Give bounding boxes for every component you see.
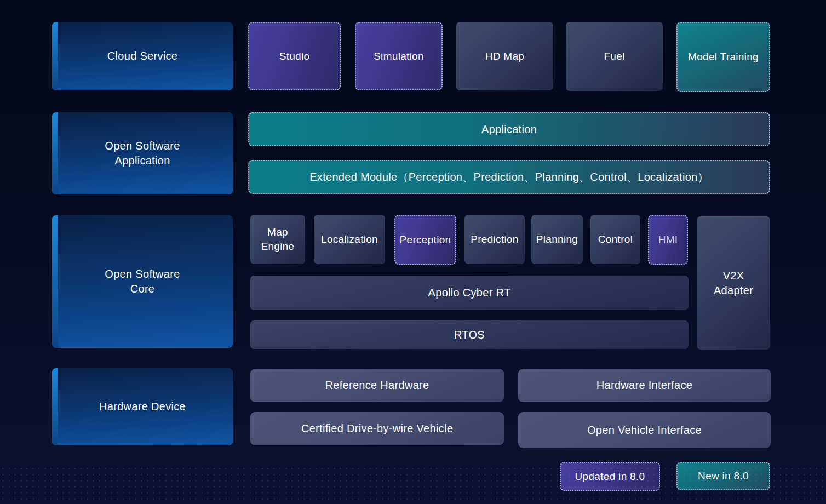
block-v2x-adapter: V2X Adapter (697, 216, 770, 350)
block-control: Control (590, 215, 640, 264)
open-vehicle-interface-label: Open Vehicle Interface (587, 423, 702, 438)
block-studio: Studio (248, 22, 341, 90)
legend-updated-label: Updated in 8.0 (575, 469, 645, 484)
block-hmi: HMI (648, 215, 688, 265)
hardware-device-label: Hardware Device (99, 399, 186, 414)
perception-label: Perception (400, 233, 451, 247)
control-label: Control (598, 232, 633, 247)
block-rtos: RTOS (250, 320, 689, 349)
block-hardware-interface: Hardware Interface (518, 369, 771, 402)
fuel-label: Fuel (604, 49, 624, 64)
extended-module-label: Extended Module（Perception、Prediction、Pl… (309, 170, 709, 185)
v2x-adapter-label: V2X Adapter (709, 268, 758, 298)
block-fuel: Fuel (566, 22, 663, 91)
hardware-interface-label: Hardware Interface (596, 378, 692, 393)
block-cloud-service: Cloud Service (52, 22, 233, 90)
reference-hardware-label: Reference Hardware (325, 378, 429, 393)
block-open-software-application: Open Software Application (52, 112, 233, 194)
block-open-software-core: Open Software Core (52, 215, 233, 348)
block-localization: Localization (314, 215, 385, 264)
prediction-label: Prediction (471, 232, 519, 247)
map-engine-label: Map Engine (250, 225, 305, 253)
legend-new-in-8-0: New in 8.0 (676, 462, 770, 490)
planning-label: Planning (536, 232, 578, 247)
block-planning: Planning (531, 215, 583, 264)
simulation-label: Simulation (374, 49, 424, 64)
block-hardware-device: Hardware Device (52, 368, 233, 445)
rtos-label: RTOS (454, 328, 485, 342)
legend-updated-in-8-0: Updated in 8.0 (560, 462, 660, 491)
hd-map-label: HD Map (485, 49, 524, 64)
certified-drive-by-wire-vehicle-label: Certified Drive-by-wire Vehicle (301, 421, 453, 436)
apollo-architecture-diagram: Cloud Service Studio Simulation HD Map F… (0, 0, 826, 504)
open-software-core-label: Open Software Core (92, 267, 193, 296)
open-software-application-label: Open Software Application (92, 139, 193, 168)
block-certified-drive-by-wire-vehicle: Certified Drive-by-wire Vehicle (250, 412, 504, 445)
model-training-label: Model Training (688, 50, 759, 64)
block-application: Application (248, 112, 770, 146)
block-hd-map: HD Map (456, 22, 553, 90)
block-open-vehicle-interface: Open Vehicle Interface (518, 412, 771, 448)
block-model-training: Model Training (676, 22, 770, 92)
apollo-cyber-rt-label: Apollo Cyber RT (428, 285, 511, 300)
localization-label: Localization (321, 232, 378, 247)
block-extended-module: Extended Module（Perception、Prediction、Pl… (248, 160, 770, 194)
block-perception: Perception (394, 215, 456, 265)
cloud-service-label: Cloud Service (107, 49, 177, 64)
block-map-engine: Map Engine (250, 215, 305, 264)
block-reference-hardware: Reference Hardware (250, 369, 504, 402)
application-label: Application (481, 122, 537, 137)
legend-new-label: New in 8.0 (698, 469, 749, 483)
block-apollo-cyber-rt: Apollo Cyber RT (250, 276, 689, 310)
block-simulation: Simulation (355, 22, 443, 90)
studio-label: Studio (279, 49, 310, 64)
hmi-label: HMI (658, 233, 678, 247)
block-prediction: Prediction (464, 215, 525, 264)
